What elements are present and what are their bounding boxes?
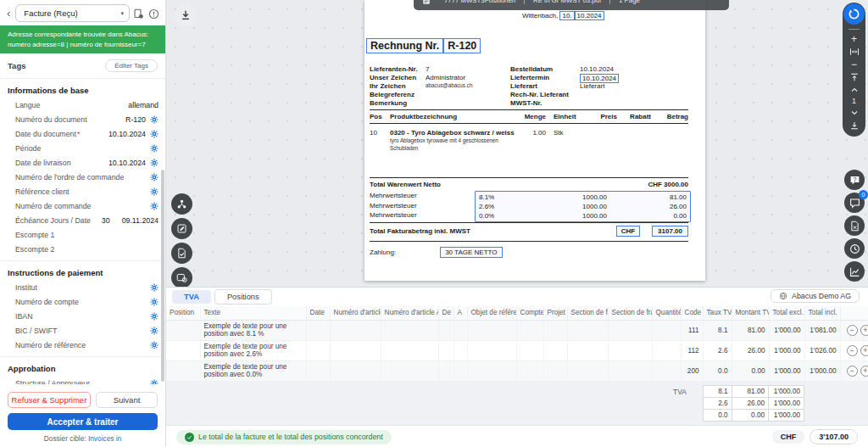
document-settings-icon[interactable] <box>133 8 145 20</box>
approval-flow-button[interactable] <box>171 193 192 215</box>
extracted-field-highlight[interactable]: 30 TAGE NETTO <box>440 247 502 258</box>
auto-extract-gear-icon[interactable] <box>150 159 159 167</box>
company-selector-button[interactable]: Abacus Demo AG <box>771 289 860 303</box>
field-date-document[interactable]: Date du document* 10.10.2024 <box>0 126 165 141</box>
row-texte[interactable]: Exemple de texte pour une position avec … <box>200 320 306 340</box>
remove-row-button[interactable]: − <box>847 366 858 377</box>
help-button[interactable] <box>844 170 865 190</box>
alert-icon[interactable] <box>148 8 160 20</box>
row-texte[interactable]: Exemple de texte pour une position avec … <box>200 340 306 360</box>
extracted-field-highlight[interactable]: 3107.00 <box>652 226 688 237</box>
accept-process-button[interactable]: Accepter & traiter <box>8 413 158 430</box>
target-folder-link[interactable]: Invoices in <box>88 434 121 443</box>
row-code[interactable]: 200 <box>681 360 703 381</box>
edit-note-button[interactable] <box>171 218 192 239</box>
history-button[interactable] <box>844 238 865 259</box>
vat-row[interactable]: Exemple de texte pour une position avec … <box>166 360 868 381</box>
field-reference-client[interactable]: Référence client <box>0 184 165 198</box>
column-header[interactable]: Code <box>681 306 703 320</box>
row-code[interactable]: 112 <box>681 340 703 360</box>
row-code[interactable]: 111 <box>681 320 703 340</box>
row-taux-tva[interactable]: 0.0 <box>703 360 732 381</box>
column-header[interactable]: Numéro d'article <box>330 306 381 320</box>
column-header[interactable]: Position <box>166 306 200 320</box>
column-header[interactable]: Total incl. <box>804 306 840 320</box>
column-header[interactable]: Montant TVA <box>732 306 769 320</box>
auto-extract-gear-icon[interactable] <box>150 187 159 196</box>
field-echeance[interactable]: Échéance Jours / Date 30 09.11.2024 <box>0 213 165 227</box>
field-iban[interactable]: IBAN <box>0 309 165 323</box>
row-total-incl[interactable]: 1'026.00 <box>804 340 840 360</box>
row-total-excl[interactable]: 1'000.00 <box>769 360 804 381</box>
auto-extract-gear-icon[interactable] <box>150 130 159 138</box>
tab-positions[interactable]: Positions <box>214 289 272 305</box>
column-header[interactable]: Section de frais <box>567 306 608 320</box>
column-header[interactable]: Quantité <box>652 306 681 320</box>
row-total-incl[interactable]: 1'000.00 <box>804 360 840 381</box>
field-numero-commande[interactable]: Numéro de commande <box>0 198 165 213</box>
column-header[interactable]: A <box>453 306 467 320</box>
auto-extract-gear-icon[interactable] <box>150 144 159 153</box>
field-langue[interactable]: Langue allemand <box>0 98 165 112</box>
field-numero-document[interactable]: Numéro du document R-120 <box>0 112 165 126</box>
fit-width-button[interactable] <box>846 45 863 58</box>
column-header[interactable]: Taux TVA <box>703 306 732 320</box>
previous-page-button[interactable] <box>846 83 863 96</box>
column-header[interactable]: Objet de référence <box>467 306 516 320</box>
row-montant-tva[interactable]: 81.00 <box>732 320 769 340</box>
zoom-in-button[interactable]: + <box>846 32 863 45</box>
reject-delete-button[interactable]: Refuser & Supprimer <box>8 392 91 408</box>
column-header[interactable]: Section de frais 2 <box>608 306 652 320</box>
row-texte[interactable]: Exemple de texte pour une position avec … <box>200 360 306 381</box>
analytics-button[interactable] <box>844 261 865 282</box>
auto-extract-gear-icon[interactable] <box>150 298 159 306</box>
comments-button[interactable]: 0 <box>844 193 865 213</box>
extracted-field-highlight[interactable]: Rechnung Nr. <box>366 38 443 53</box>
row-montant-tva[interactable]: 26.00 <box>732 340 769 360</box>
row-taux-tva[interactable]: 2.6 <box>703 340 732 360</box>
auto-extract-gear-icon[interactable] <box>150 379 159 385</box>
vat-row[interactable]: Exemple de texte pour une position avec … <box>166 340 868 360</box>
edit-tags-button[interactable]: Éditer Tags <box>105 59 158 72</box>
row-taux-tva[interactable]: 8.1 <box>703 320 732 340</box>
deepbox-logo[interactable] <box>843 3 865 25</box>
document-options-button[interactable] <box>171 267 192 288</box>
field-institut[interactable]: Institut <box>0 280 165 294</box>
add-row-button[interactable]: + <box>860 366 868 377</box>
add-row-button[interactable]: + <box>860 345 868 356</box>
first-page-button[interactable] <box>846 70 863 83</box>
document-reject-button[interactable] <box>844 215 865 236</box>
row-montant-tva[interactable]: 0.00 <box>732 360 769 381</box>
auto-extract-gear-icon[interactable] <box>150 341 159 349</box>
field-periode[interactable]: Période <box>0 141 165 155</box>
row-total-excl[interactable]: 1'000.00 <box>769 340 804 360</box>
column-header[interactable]: Date <box>306 306 330 320</box>
remove-row-button[interactable]: − <box>847 345 858 356</box>
column-header[interactable]: Numéro d'article Abacus <box>381 306 438 320</box>
auto-extract-gear-icon[interactable] <box>150 327 159 335</box>
row-total-excl[interactable]: 1'000.00 <box>769 320 804 340</box>
field-numero-compte[interactable]: Numéro de compte <box>0 294 165 309</box>
field-escompte-2[interactable]: Escompte 2 <box>0 242 165 256</box>
document-type-select[interactable]: Facture (Reçu) ▾ <box>15 4 130 22</box>
row-total-incl[interactable]: 1'081.00 <box>804 320 840 340</box>
field-structure-approuveur[interactable]: Structure / Approuveur <box>0 376 165 384</box>
field-date-livraison[interactable]: Date de livraison 10.10.2024 <box>0 155 165 170</box>
auto-extract-gear-icon[interactable] <box>150 115 159 124</box>
next-page-button[interactable] <box>846 106 863 119</box>
extracted-field-highlight[interactable]: CHF <box>616 226 640 237</box>
column-header[interactable]: Compte <box>516 306 543 320</box>
auto-extract-gear-icon[interactable] <box>150 312 159 321</box>
document-title-bar[interactable]: 7777 MWST3Positionen RE th Gr MWST 03.pd… <box>414 0 729 10</box>
remove-row-button[interactable]: − <box>847 325 858 336</box>
extracted-field-highlight[interactable]: R-120 <box>443 38 481 53</box>
auto-extract-gear-icon[interactable] <box>150 283 159 292</box>
validate-document-button[interactable] <box>171 243 192 264</box>
column-header[interactable]: Texte <box>200 306 306 320</box>
field-numero-ordre-commande[interactable]: Numéro de l'ordre de commande <box>0 170 165 184</box>
zoom-out-button[interactable]: − <box>846 58 863 70</box>
download-button[interactable] <box>175 4 197 26</box>
extracted-field-highlight[interactable]: 10.2024 <box>575 11 604 20</box>
last-page-button[interactable] <box>846 119 863 131</box>
column-header[interactable]: Total excl. <box>769 306 804 320</box>
